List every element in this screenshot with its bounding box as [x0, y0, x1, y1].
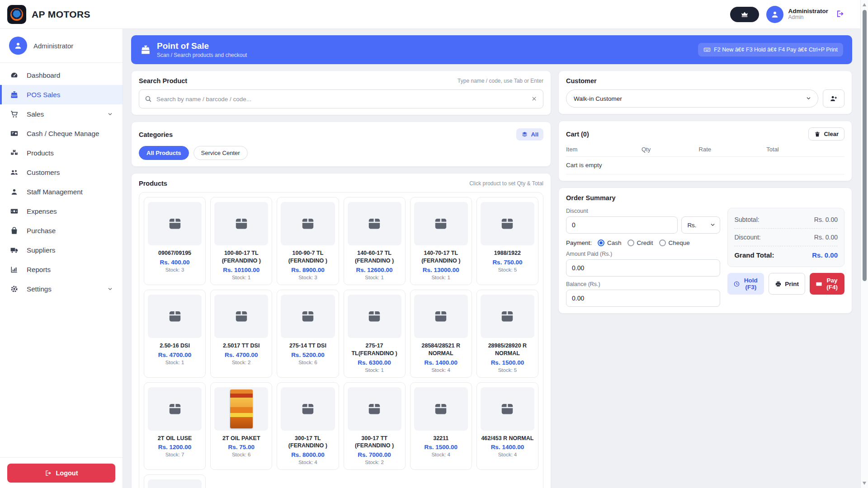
product-card-100-80-17-tl-ferandino[interactable]: 100-80-17 TL (FERANDINO )Rs. 10100.00Sto…: [210, 197, 272, 285]
sidebar-item-label: Suppliers: [27, 246, 55, 254]
cart-column-qty: Qty: [642, 146, 699, 153]
product-card-2t-oil-luse[interactable]: 2T OIL LUSERs. 1200.00Stock: 7: [144, 382, 206, 470]
product-card-300-17-tl-ferandino[interactable]: 300-17 TL (FERANDINO )Rs. 8000.00Stock: …: [277, 382, 339, 470]
payment-option-cash[interactable]: Cash: [598, 239, 622, 246]
sidebar-item-dashboard[interactable]: Dashboard: [0, 66, 123, 85]
product-card-2-5017-tt-dsi[interactable]: 2.5017 TT DSIRs. 4700.00Stock: 2: [210, 290, 272, 378]
product-card-462-453-r-normal[interactable]: 462/453 R NORMALRs. 1400.00Stock: 4: [476, 382, 538, 470]
scrollbar-down-arrow-icon[interactable]: [863, 482, 866, 485]
order-summary-title: Order Summary: [566, 194, 616, 202]
layers-icon: [521, 131, 528, 138]
radio-cash-checked[interactable]: [598, 239, 604, 246]
sidebar-item-expenses[interactable]: Expenses: [0, 202, 123, 221]
product-card-140-70-17-tl-ferandino[interactable]: 140-70-17 TL (FERANDINO )Rs. 13000.00Sto…: [410, 197, 472, 285]
sidebar-item-settings[interactable]: Settings: [0, 279, 123, 299]
category-pill-service-center[interactable]: Service Center: [193, 146, 248, 160]
search-clear-button[interactable]: [531, 95, 538, 103]
payment-option-label: Credit: [637, 239, 653, 246]
product-price: Rs. 1200.00: [148, 444, 202, 450]
main-content: Point of Sale Scan / Search products and…: [123, 29, 860, 488]
product-name: 28985/28920 R NORMAL: [481, 342, 534, 357]
amount-paid-input[interactable]: [566, 259, 720, 277]
sidebar-item-staff-management[interactable]: Staff Management: [0, 182, 123, 202]
logout-label: Logout: [56, 469, 78, 477]
box-icon: [148, 295, 202, 338]
close-icon: [531, 95, 538, 102]
product-price: Rs. 13000.00: [414, 267, 468, 273]
shortcuts-badge: F2 New â€¢ F3 Hold â€¢ F4 Pay â€¢ Ctrl+P…: [698, 43, 843, 56]
hold-button[interactable]: Hold (F3): [727, 273, 764, 295]
product-card-09067-09195[interactable]: 09067/09195Rs. 400.00Stock: 3: [144, 197, 206, 285]
product-price: Rs. 6300.00: [348, 359, 401, 366]
person-icon: [14, 41, 23, 50]
crown-icon: [741, 10, 749, 19]
box-icon: [481, 202, 534, 245]
scrollbar-thumb[interactable]: [863, 10, 867, 281]
product-card-32211[interactable]: 32211Rs. 1500.00Stock: 4: [410, 382, 472, 470]
print-button[interactable]: Print: [769, 273, 805, 295]
product-card-275-17-tl-ferandino[interactable]: 275-17 TL(FERANDINO )Rs. 6300.00Stock: 1: [344, 290, 406, 378]
product-price: Rs. 4700.00: [148, 352, 202, 358]
sidebar-item-sales[interactable]: Sales: [0, 104, 123, 124]
logout-icon-button[interactable]: [835, 9, 844, 19]
hold-label: Hold (F3): [743, 277, 758, 291]
logout-button[interactable]: Logout: [7, 464, 115, 483]
payment-option-cheque[interactable]: Cheque: [659, 239, 690, 246]
product-card-2t-oil-paket[interactable]: 2T OIL PAKETRs. 75.00Stock: 6: [210, 382, 272, 470]
radio-credit[interactable]: [627, 239, 634, 246]
payment-option-credit[interactable]: Credit: [627, 239, 653, 246]
search-input[interactable]: [139, 89, 543, 108]
chevron-down-icon: [107, 286, 113, 292]
total-row-subtotal: Subtotal:Rs. 0.00: [734, 211, 838, 229]
sidebar-item-purchase[interactable]: Purchase: [0, 221, 123, 240]
product-card-2-50-16-dsi[interactable]: 2.50-16 DSIRs. 4700.00Stock: 1: [144, 290, 206, 378]
cart-clear-button[interactable]: Clear: [808, 127, 844, 141]
person-icon: [770, 10, 779, 19]
product-card-100-90-7-tl-ferandino[interactable]: 100-90-7 TL (FERANDINO )Rs. 8900.00Stock…: [277, 197, 339, 285]
pay-button[interactable]: Pay (F4): [810, 273, 844, 295]
balance-input[interactable]: [566, 290, 720, 307]
product-price: Rs. 10100.00: [214, 267, 268, 273]
product-card-48548-48510-r-normal[interactable]: 48548/48510 R NORMALRs. 450.00Stock: 5: [144, 474, 206, 488]
payment-options: CashCreditCheque: [598, 239, 690, 246]
product-name: 300-17 TL (FERANDINO ): [281, 435, 335, 450]
radio-cheque[interactable]: [659, 239, 666, 246]
sidebar-item-products[interactable]: Products: [0, 143, 123, 163]
sidebar-item-label: Sales: [27, 110, 44, 118]
scrollbar-up-arrow-icon[interactable]: [863, 3, 866, 6]
categories-all-button[interactable]: All: [516, 128, 543, 141]
sidebar-item-suppliers[interactable]: Suppliers: [0, 240, 123, 260]
users-icon: [9, 168, 19, 177]
category-pill-all-products[interactable]: All Products: [139, 146, 189, 160]
search-icon: [144, 95, 152, 103]
customer-select[interactable]: Walk-in Customer: [566, 89, 818, 108]
product-card-28584-28521-r-normal[interactable]: 28584/28521 R NORMALRs. 1400.00Stock: 4: [410, 290, 472, 378]
sidebar-item-cash-cheque-manage[interactable]: Cash / Cheque Manage: [0, 124, 123, 143]
product-price: Rs. 750.00: [481, 259, 534, 266]
sidebar-item-customers[interactable]: Customers: [0, 163, 123, 182]
product-card-300-17-tt-ferandino[interactable]: 300-17 TT (FERANDINO )Rs. 7000.00Stock: …: [344, 382, 406, 470]
product-card-275-14-tt-dsi[interactable]: 275-14 TT DSIRs. 5200.00Stock: 6: [277, 290, 339, 378]
top-header: AP MOTORS Administrator Admin: [0, 0, 860, 29]
product-stock: Stock: 4: [281, 460, 335, 465]
add-customer-button[interactable]: [823, 89, 844, 108]
product-price: Rs. 1400.00: [414, 359, 468, 366]
sidebar-item-reports[interactable]: Reports: [0, 260, 123, 279]
window-scrollbar[interactable]: [860, 0, 868, 488]
sidebar-item-pos-sales[interactable]: POS Sales: [0, 85, 123, 104]
customer-label: Customer: [566, 77, 597, 84]
product-name: 140-60-17 TL (FERANDINO ): [348, 249, 401, 265]
product-stock: Stock: 4: [481, 452, 534, 457]
crown-button[interactable]: [730, 7, 759, 22]
box-icon: [481, 295, 534, 338]
search-label: Search Product: [139, 77, 187, 84]
box-icon: [348, 202, 401, 245]
box-icon: [414, 295, 468, 338]
user-chip[interactable]: Administrator Admin: [766, 6, 828, 23]
product-card-1988-1922[interactable]: 1988/1922Rs. 750.00Stock: 5: [476, 197, 538, 285]
product-card-140-60-17-tl-ferandino[interactable]: 140-60-17 TL (FERANDINO )Rs. 12600.00Sto…: [344, 197, 406, 285]
discount-unit-select[interactable]: Rs.: [681, 216, 720, 234]
discount-input[interactable]: [566, 216, 678, 234]
product-card-28985-28920-r-normal[interactable]: 28985/28920 R NORMALRs. 1500.00Stock: 5: [476, 290, 538, 378]
totals-box: Subtotal:Rs. 0.00Discount:Rs. 0.00Grand …: [727, 208, 844, 267]
